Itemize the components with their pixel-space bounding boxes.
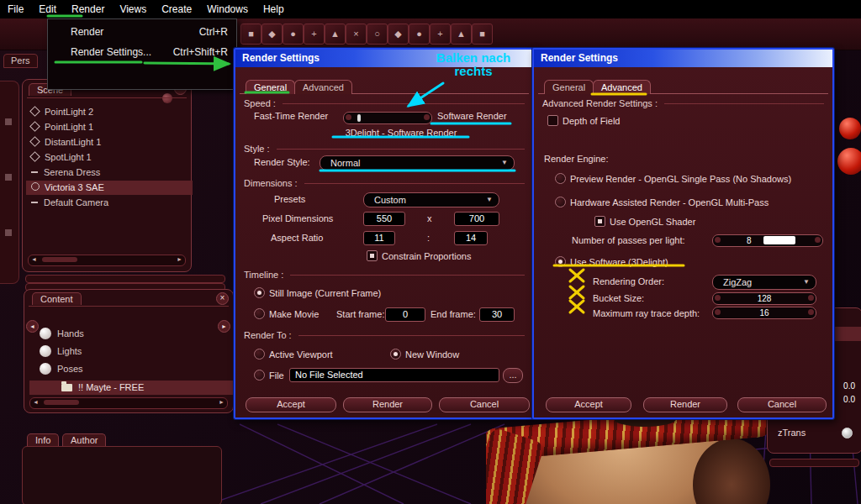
aspect-width-input[interactable]: 11 bbox=[363, 231, 395, 245]
constrain-proportions-checkbox[interactable] bbox=[367, 250, 378, 261]
horizontal-scrollbar[interactable]: ◄ ► bbox=[29, 397, 228, 409]
content-item[interactable]: Lights bbox=[40, 344, 208, 359]
toolbar-button-2[interactable]: ◆ bbox=[261, 24, 283, 45]
collapsed-palette-bar[interactable] bbox=[769, 459, 859, 467]
bucket-size-slider[interactable]: 128 bbox=[712, 292, 816, 305]
scroll-left-icon[interactable]: ◄ bbox=[30, 398, 41, 407]
style-group-label: Style : bbox=[244, 144, 525, 154]
content-item-selected[interactable]: !! Mayte - FREE bbox=[29, 381, 260, 395]
depth-of-field-checkbox[interactable] bbox=[547, 115, 558, 126]
render-button[interactable]: Render bbox=[343, 397, 432, 412]
scene-item[interactable]: DistantLight 1 bbox=[31, 135, 182, 150]
colon-label: : bbox=[427, 233, 430, 243]
accept-button[interactable]: Accept bbox=[546, 397, 631, 412]
menu-render[interactable]: Render bbox=[64, 3, 112, 15]
menu-file[interactable]: File bbox=[0, 3, 31, 15]
scene-item-selected[interactable]: Victoria 3 SAE bbox=[26, 181, 193, 195]
aspect-height-input[interactable]: 14 bbox=[454, 231, 488, 245]
tab-info[interactable]: Info bbox=[27, 433, 59, 446]
scrollbar-thumb[interactable] bbox=[44, 400, 79, 405]
content-palette-tab[interactable]: Content bbox=[32, 292, 82, 305]
bucket-size-label: Bucket Size: bbox=[593, 293, 644, 303]
tab-advanced[interactable]: Advanced bbox=[593, 80, 651, 94]
horizontal-scrollbar[interactable]: ◄ ► bbox=[28, 255, 186, 266]
menu-views[interactable]: Views bbox=[112, 3, 154, 15]
toolbar-button-11[interactable]: ▲ bbox=[451, 24, 472, 45]
raytrace-depth-slider[interactable]: 16 bbox=[712, 307, 816, 319]
opengl-shader-checkbox[interactable] bbox=[594, 216, 605, 227]
hardware-render-label: Hardware Assisted Render - OpenGL Multi-… bbox=[570, 197, 769, 207]
toolbar-button-8[interactable]: ◆ bbox=[388, 24, 409, 45]
dialog-title-bar[interactable]: Render Settings bbox=[534, 50, 832, 67]
make-movie-radio[interactable] bbox=[254, 308, 265, 319]
pixel-height-input[interactable]: 700 bbox=[454, 212, 499, 226]
palette-knob[interactable] bbox=[162, 93, 172, 103]
dialog-title-bar[interactable]: Render Settings bbox=[235, 50, 533, 67]
tab-advanced[interactable]: Advanced bbox=[294, 80, 352, 94]
scene-item-label: PointLight 1 bbox=[45, 122, 93, 132]
scene-item[interactable]: PointLight 2 bbox=[31, 105, 182, 119]
scroll-left-button[interactable]: ◄ bbox=[26, 320, 39, 333]
render-quality-slider[interactable] bbox=[343, 112, 432, 124]
menu-item-render[interactable]: Render Ctrl+R bbox=[48, 23, 236, 41]
browse-button[interactable]: ... bbox=[503, 368, 523, 383]
still-image-radio[interactable] bbox=[254, 287, 265, 298]
close-icon[interactable]: × bbox=[216, 292, 229, 305]
file-path-input[interactable]: No File Selected bbox=[289, 368, 499, 382]
scroll-right-button[interactable]: ► bbox=[218, 320, 230, 333]
ztrans-dial[interactable] bbox=[842, 428, 853, 438]
presets-dropdown[interactable]: Custom ▼ bbox=[363, 192, 499, 207]
content-item[interactable]: Hands bbox=[40, 327, 208, 341]
scene-item[interactable]: PointLight 1 bbox=[31, 120, 182, 134]
active-viewport-radio[interactable] bbox=[254, 349, 265, 360]
collapsed-palette-bar[interactable] bbox=[25, 275, 225, 283]
toolbar-button-3[interactable]: ● bbox=[283, 24, 304, 45]
use-software-radio[interactable] bbox=[555, 256, 566, 267]
start-frame-input[interactable]: 0 bbox=[385, 307, 425, 322]
viewport-camera-tab[interactable]: Pers bbox=[3, 54, 38, 68]
scene-item[interactable]: Serena Dress bbox=[31, 165, 182, 180]
passes-per-light-slider[interactable]: 8 bbox=[712, 234, 823, 247]
menu-create[interactable]: Create bbox=[154, 3, 199, 15]
scroll-right-icon[interactable]: ► bbox=[174, 255, 185, 264]
toolbar-button-5[interactable]: ▲ bbox=[325, 24, 346, 45]
scene-item[interactable]: SpotLight 1 bbox=[31, 150, 182, 165]
toolbar-button-12[interactable]: ■ bbox=[472, 24, 493, 45]
toolbar-button-4[interactable]: + bbox=[304, 24, 325, 45]
cancel-button[interactable]: Cancel bbox=[439, 397, 530, 412]
render-style-dropdown[interactable]: Normal ▼ bbox=[320, 155, 515, 171]
content-item[interactable]: Poses bbox=[40, 362, 208, 376]
toolbar-button-9[interactable]: ● bbox=[409, 24, 430, 45]
scroll-left-icon[interactable]: ◄ bbox=[29, 255, 40, 264]
collapsed-side-palette[interactable] bbox=[0, 81, 19, 284]
slider-handle[interactable] bbox=[357, 114, 361, 122]
scene-item[interactable]: Default Camera bbox=[31, 196, 182, 210]
rotation-trackball-icon[interactable] bbox=[837, 148, 861, 175]
scroll-right-icon[interactable]: ► bbox=[216, 398, 227, 407]
rendering-order-dropdown[interactable]: ZigZag ▼ bbox=[712, 275, 816, 290]
tab-general[interactable]: General bbox=[544, 80, 594, 94]
toolbar-button-10[interactable]: + bbox=[430, 24, 451, 45]
hardware-render-radio[interactable] bbox=[555, 197, 566, 207]
menu-item-render-settings[interactable]: Render Settings... Ctrl+Shift+R bbox=[48, 43, 236, 61]
new-window-radio[interactable] bbox=[390, 349, 401, 360]
toolbar-button-1[interactable]: ■ bbox=[240, 24, 261, 45]
end-frame-label: End frame: bbox=[430, 309, 476, 319]
preview-render-radio[interactable] bbox=[555, 173, 566, 184]
scrollbar-thumb[interactable] bbox=[42, 257, 77, 262]
menu-edit[interactable]: Edit bbox=[31, 3, 64, 15]
tab-general[interactable]: General bbox=[246, 80, 295, 94]
accept-button[interactable]: Accept bbox=[246, 397, 336, 412]
menu-help[interactable]: Help bbox=[256, 3, 292, 15]
menu-windows[interactable]: Windows bbox=[199, 3, 256, 15]
pixel-width-input[interactable]: 550 bbox=[363, 212, 405, 226]
file-radio[interactable] bbox=[254, 370, 265, 381]
cancel-button[interactable]: Cancel bbox=[737, 397, 827, 412]
end-frame-input[interactable]: 30 bbox=[479, 307, 515, 322]
render-button[interactable]: Render bbox=[643, 397, 727, 412]
toolbar-button-6[interactable]: × bbox=[346, 24, 367, 45]
slider-edit-box[interactable] bbox=[763, 236, 795, 244]
rotation-trackball-icon[interactable] bbox=[839, 118, 861, 139]
toolbar-button-7[interactable]: ○ bbox=[367, 24, 388, 45]
tab-author[interactable]: Author bbox=[62, 433, 106, 446]
